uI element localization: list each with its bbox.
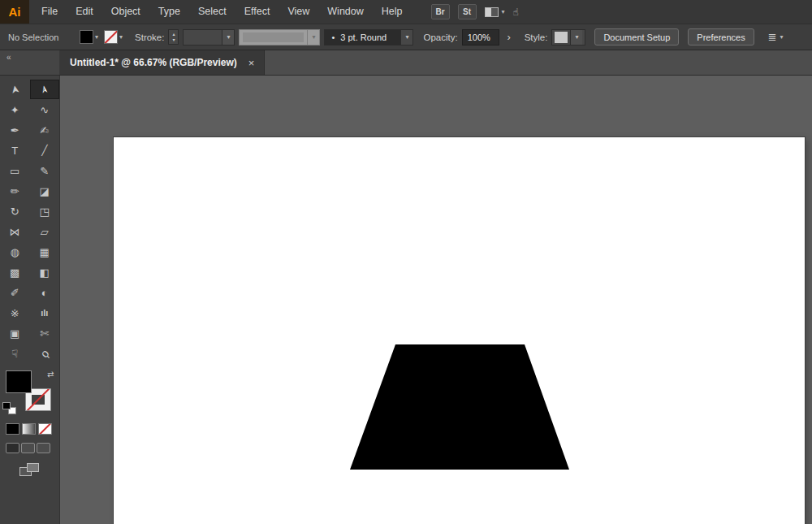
- tool-paintbrush-tool[interactable]: ✎: [30, 161, 60, 180]
- tool-type-tool[interactable]: T: [0, 141, 30, 160]
- graphic-style-preview: [555, 32, 568, 43]
- preferences-button[interactable]: Preferences: [688, 28, 754, 45]
- main-area: ➤ ➢ ✦ ∿ ✒ ✍ T ╱: [0, 76, 812, 524]
- document-setup-button[interactable]: Document Setup: [594, 28, 679, 45]
- stroke-width-select[interactable]: ▾: [183, 29, 235, 45]
- chevron-down-icon[interactable]: ▾: [95, 34, 98, 41]
- draw-behind-button[interactable]: [21, 443, 35, 453]
- tool-column-graph-tool[interactable]: ılı: [30, 303, 60, 323]
- tool-perspective-grid-tool[interactable]: ▦: [30, 242, 60, 262]
- width-profile-preview: [243, 32, 304, 42]
- tool-mesh-tool[interactable]: ▩: [0, 262, 30, 282]
- touch-workspace-button[interactable]: ☝: [513, 4, 519, 20]
- graphic-style-select[interactable]: ▾: [551, 29, 585, 45]
- tools-panel-collapse-button[interactable]: «: [0, 50, 60, 75]
- tool-hand-tool[interactable]: ☟: [0, 344, 30, 363]
- control-bar: No Selection ▾ ▾ Stroke: ▴ ▾ ▾ ▾ • 3 pt.…: [0, 24, 812, 50]
- default-fill-stroke-icon[interactable]: [2, 402, 16, 414]
- menu-item-view[interactable]: View: [279, 0, 318, 24]
- opacity-value: 100%: [468, 32, 490, 42]
- menu-item-window[interactable]: Window: [318, 0, 372, 24]
- tool-lasso-tool[interactable]: ∿: [30, 100, 60, 119]
- stepper-down-icon[interactable]: ▾: [172, 37, 175, 43]
- tool-rotate-tool[interactable]: ↻: [0, 201, 30, 221]
- tool-icon: ılı: [41, 309, 48, 318]
- chevron-down-icon[interactable]: ▾: [119, 34, 123, 41]
- gradient-button[interactable]: [22, 423, 36, 435]
- collapse-icon: «: [6, 53, 11, 62]
- chevron-down-icon: ▾: [502, 9, 505, 15]
- tool-magic-wand-tool[interactable]: ✦: [0, 100, 30, 119]
- app-logo[interactable]: Ai: [0, 0, 29, 24]
- bridge-button[interactable]: Br: [431, 4, 450, 19]
- tool-direct-selection-tool[interactable]: ➢: [30, 80, 60, 99]
- illustrator-window: Ai FileEditObjectTypeSelectEffectViewWin…: [0, 0, 812, 524]
- screen-mode-row: [0, 453, 59, 477]
- tool-icon: ✒: [11, 125, 19, 136]
- menu-item-select[interactable]: Select: [189, 0, 235, 24]
- tool-icon: ◐: [41, 288, 48, 298]
- chevron-down-icon[interactable]: ▾: [400, 30, 412, 45]
- tab-close-icon[interactable]: ×: [248, 58, 255, 68]
- document-tab-bar: « Untitled-1* @ 66.67% (RGB/Preview) ×: [0, 50, 812, 76]
- opacity-input[interactable]: 100%: [462, 29, 499, 45]
- draw-normal-button[interactable]: [6, 443, 19, 453]
- menu-item-effect[interactable]: Effect: [235, 0, 279, 24]
- swap-fill-stroke-icon[interactable]: ⇄: [47, 370, 54, 379]
- fill-color-swatch[interactable]: [6, 371, 31, 392]
- draw-inside-button[interactable]: [37, 443, 50, 453]
- trapezoid-shape[interactable]: [350, 344, 569, 470]
- stroke-width-stepper[interactable]: ▴ ▾: [168, 29, 179, 45]
- tool-line-segment-tool[interactable]: ╱: [30, 141, 60, 160]
- menu-item-type[interactable]: Type: [149, 0, 189, 24]
- none-button[interactable]: [38, 423, 52, 435]
- brush-definition-select[interactable]: • 3 pt. Round ▾: [324, 29, 413, 45]
- tool-pen-tool[interactable]: ✒: [0, 120, 30, 140]
- tool-rectangle-tool[interactable]: ▭: [0, 161, 30, 180]
- stroke-swatch[interactable]: [105, 31, 117, 43]
- tool-selection-tool[interactable]: ➤: [0, 80, 30, 99]
- fill-swatch-control[interactable]: ▾: [80, 31, 98, 43]
- artboard[interactable]: [114, 137, 805, 524]
- tool-curvature-tool[interactable]: ✍: [30, 120, 60, 140]
- tool-icon: ✐: [11, 288, 19, 298]
- canvas-pasteboard[interactable]: [60, 76, 812, 524]
- menu-item-object[interactable]: Object: [102, 0, 149, 24]
- tool-free-transform-tool[interactable]: ▱: [30, 222, 60, 241]
- tool-icon: ◳: [40, 206, 50, 217]
- menu-item-file[interactable]: File: [32, 0, 67, 24]
- tool-shaper-tool[interactable]: ✏: [0, 181, 30, 201]
- stepper-up-icon[interactable]: ▴: [172, 32, 175, 37]
- document-tab[interactable]: Untitled-1* @ 66.67% (RGB/Preview) ×: [60, 50, 265, 75]
- tool-blend-tool[interactable]: ◐: [30, 283, 60, 302]
- tools-grid: ➤ ➢ ✦ ∿ ✒ ✍ T ╱: [0, 80, 59, 363]
- tool-symbol-sprayer-tool[interactable]: ※: [0, 303, 30, 323]
- tool-artboard-tool[interactable]: ▣: [0, 323, 30, 343]
- chevron-down-icon[interactable]: ▾: [570, 30, 582, 45]
- none-slash-icon: [105, 31, 117, 43]
- stock-button[interactable]: St: [458, 4, 477, 19]
- tab-bar-empty-area: [265, 50, 812, 75]
- tool-scale-tool[interactable]: ◳: [30, 201, 60, 221]
- chevron-down-icon: ▾: [307, 30, 319, 45]
- screen-mode-button[interactable]: [19, 463, 39, 477]
- brush-definition-value: 3 pt. Round: [340, 32, 387, 42]
- menu-item-edit[interactable]: Edit: [67, 0, 102, 24]
- tool-eraser-tool[interactable]: ◪: [30, 181, 60, 201]
- tool-icon: ☟: [11, 349, 18, 359]
- color-button[interactable]: [6, 423, 19, 435]
- tool-eyedropper-tool[interactable]: ✐: [0, 283, 30, 302]
- control-panel-menu-button[interactable]: ≣ ▾: [768, 31, 784, 43]
- stroke-swatch-control[interactable]: ▾: [105, 31, 123, 43]
- tool-shape-builder-tool[interactable]: ◍: [0, 242, 30, 262]
- arrange-documents-button[interactable]: ▾: [485, 4, 505, 20]
- fill-swatch[interactable]: [80, 31, 93, 43]
- tool-width-tool[interactable]: ⋈: [0, 222, 30, 241]
- tool-slice-tool[interactable]: ✄: [30, 323, 60, 343]
- tool-gradient-tool[interactable]: ◧: [30, 262, 60, 282]
- chevron-down-icon[interactable]: ▾: [222, 30, 234, 45]
- tool-zoom-tool[interactable]: ϙ: [30, 344, 60, 363]
- menu-item-help[interactable]: Help: [373, 0, 412, 24]
- opacity-panel-arrow[interactable]: ›: [503, 31, 515, 43]
- tool-icon: ↻: [11, 206, 19, 217]
